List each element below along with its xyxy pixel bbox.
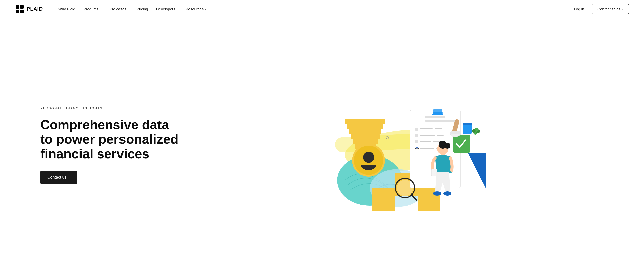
- svg-point-64: [443, 191, 451, 196]
- nav-right: Log in Contact sales ›: [570, 4, 629, 14]
- use-cases-chevron-icon: ▾: [127, 8, 129, 11]
- svg-rect-3: [20, 10, 24, 13]
- svg-rect-12: [353, 139, 378, 144]
- svg-rect-8: [345, 119, 385, 124]
- svg-rect-25: [432, 114, 443, 115]
- login-link[interactable]: Log in: [570, 5, 588, 13]
- svg-point-36: [418, 148, 419, 149]
- logo-text: PLAID: [27, 6, 43, 12]
- svg-text:+: +: [473, 118, 475, 122]
- svg-point-60: [439, 141, 447, 149]
- hero-illustration: + + + +: [181, 80, 629, 211]
- nav-pricing[interactable]: Pricing: [133, 5, 152, 13]
- svg-rect-24: [433, 109, 442, 113]
- svg-point-35: [415, 148, 417, 149]
- svg-rect-33: [420, 141, 431, 142]
- contact-sales-arrow-icon: ›: [622, 7, 623, 11]
- resources-chevron-icon: ▾: [205, 8, 206, 11]
- svg-rect-16: [372, 188, 395, 211]
- svg-rect-1: [20, 5, 24, 9]
- svg-rect-45: [463, 124, 472, 134]
- contact-us-button[interactable]: Contact us ›: [40, 171, 77, 184]
- svg-rect-30: [420, 135, 435, 136]
- svg-rect-52: [450, 131, 460, 134]
- nav-links: Why Plaid Products ▾ Use cases ▾ Pricing…: [55, 5, 570, 13]
- svg-point-19: [363, 152, 374, 163]
- svg-rect-11: [351, 134, 380, 139]
- svg-rect-46: [463, 123, 472, 125]
- svg-rect-10: [349, 129, 381, 134]
- nav-use-cases[interactable]: Use cases ▾: [105, 5, 132, 13]
- hero-section: PERSONAL FINANCE INSIGHTS Comprehensive …: [0, 18, 644, 272]
- developers-chevron-icon: ▾: [176, 8, 178, 11]
- nav-products[interactable]: Products ▾: [80, 5, 104, 13]
- svg-rect-28: [435, 128, 442, 129]
- hero-content: PERSONAL FINANCE INSIGHTS Comprehensive …: [40, 106, 181, 184]
- svg-rect-0: [16, 5, 19, 9]
- svg-rect-27: [420, 128, 433, 129]
- logo[interactable]: PLAID: [15, 5, 43, 14]
- hero-cta-arrow-icon: ›: [69, 175, 70, 180]
- products-chevron-icon: ▾: [99, 8, 101, 11]
- nav-developers[interactable]: Developers ▾: [153, 5, 181, 13]
- svg-rect-2: [16, 10, 19, 13]
- svg-text:+: +: [450, 112, 452, 116]
- svg-point-50: [472, 129, 476, 133]
- plaid-logo-icon: [15, 5, 24, 14]
- svg-point-40: [397, 180, 413, 196]
- svg-rect-37: [420, 148, 434, 149]
- svg-rect-42: [453, 135, 470, 153]
- hero-title: Comprehensive data to power personalized…: [40, 117, 181, 161]
- svg-rect-9: [347, 124, 383, 129]
- contact-sales-button[interactable]: Contact sales ›: [592, 4, 629, 14]
- svg-rect-22: [425, 120, 455, 122]
- svg-rect-26: [415, 128, 418, 131]
- svg-rect-21: [425, 116, 445, 118]
- navbar: PLAID Why Plaid Products ▾ Use cases ▾ P…: [0, 0, 644, 18]
- illustration-graphic: + + + +: [319, 80, 491, 211]
- svg-rect-31: [437, 135, 444, 136]
- svg-point-63: [433, 191, 441, 196]
- svg-text:+: +: [392, 178, 394, 181]
- svg-rect-62: [431, 169, 437, 176]
- hero-label: PERSONAL FINANCE INSIGHTS: [40, 106, 181, 110]
- nav-resources[interactable]: Resources ▾: [182, 5, 210, 13]
- svg-marker-43: [468, 153, 486, 188]
- nav-why-plaid[interactable]: Why Plaid: [55, 5, 79, 13]
- svg-rect-32: [415, 140, 418, 143]
- svg-rect-29: [415, 134, 418, 137]
